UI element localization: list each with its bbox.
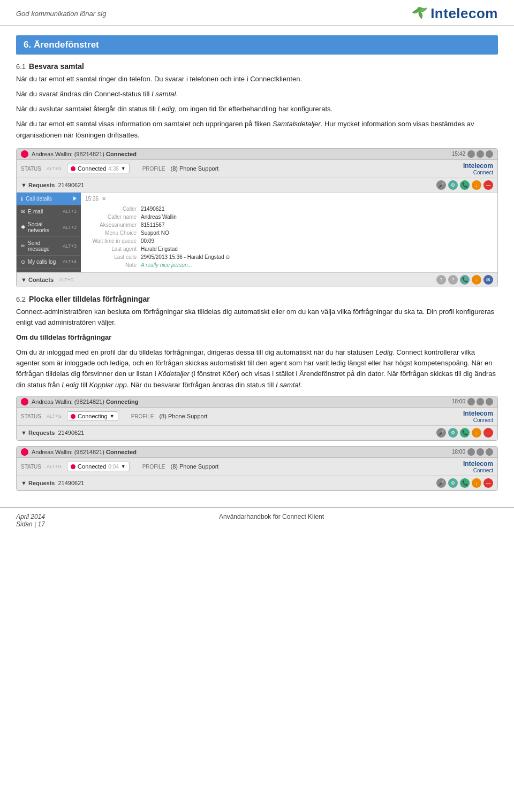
para-6-1-1: När du tar emot ett samtal ringer din te… [16,74,498,85]
field-label-last-agent: Last agent [85,245,139,253]
help-icon[interactable]: ? [448,275,458,285]
status-badge-1[interactable]: Connected 4:38 ▼ [67,164,130,173]
status-dropdown-icon[interactable]: ▼ [121,166,126,171]
table-row: Caller name Andreas Wallin [85,213,493,221]
profile-label-c: PROFILE [131,413,154,419]
win-max-co[interactable] [477,448,484,456]
win-maximize-icon[interactable] [477,150,484,158]
sidebar-item-email[interactable]: ✉ E-mail ALT+1 [17,205,81,218]
end-icon-c[interactable]: — [483,428,493,438]
intelecom-logo-small-c: Intelecom Connect [463,410,493,423]
section-heading: 6. Ärendefönstret [16,35,498,55]
subsection-num-6-2: 6.2 [16,295,26,303]
logo-text: Intelecom [430,5,498,22]
win-min-co[interactable] [467,448,475,456]
para-6-2-strong: Om du tilldelas förfrågningar [16,332,498,343]
message-icon: ✏ [21,243,25,249]
requests-row-c: ▼ Requests 21490621 🎤 ⚙ 📞 ↓ — [17,426,497,440]
field-value-wait: 00:09 [139,237,493,245]
footer-date: April 2014 [16,513,45,520]
mic-icon[interactable]: 🎤 [436,180,446,190]
sidebar-shortcut-message: ALT+3 [63,243,77,249]
status-dropdown-co[interactable]: ▼ [121,464,126,469]
field-value-last-agent: Harald Engstad [139,245,493,253]
email-icon: ✉ [21,209,25,215]
sidebar-item-callslog[interactable]: ⊙ My calls log ALT+4 [17,256,81,269]
table-row: Caller 21490621 [85,205,493,213]
screenshot-1: Andreas Wallin: (98214821) Connected 15:… [16,148,498,287]
arrow-icon-c[interactable]: ↓ [472,428,481,438]
win-cls-c[interactable] [486,398,493,405]
statusbar-connected: STATUS ALT+G Connected 0:04 ▼ PROFILE (8… [17,458,497,476]
mic-icon-co[interactable]: 🎤 [436,478,446,488]
requests-label-1: ▼ Requests [21,182,55,188]
calls-icon: ⊙ [21,259,25,265]
settings-icon-c[interactable]: ⚙ [448,428,458,438]
statusbar-1: STATUS ALT+G Connected 4:38 ▼ PROFILE (8… [17,160,497,178]
field-label-note: Note [85,261,139,269]
screenshot-connected: Andreas Wallin: (98214821) Connected 18:… [16,446,498,491]
table-row: Note A really nice person... [85,261,493,269]
subsection-6-2: 6.2 Plocka eller tilldelas förfrågningar [16,295,498,303]
sidebar-item-message[interactable]: ✏ Send message ALT+3 [17,237,81,256]
phone-icon[interactable]: 📞 [460,180,470,190]
end-icon-co[interactable]: — [483,478,493,488]
win-minimize-icon[interactable] [467,150,475,158]
win-cls-co[interactable] [486,448,493,456]
settings-icon[interactable]: ⚙ [448,180,458,190]
call-green-icon[interactable]: 📞 [460,275,470,285]
call-details-close[interactable]: ✕ [102,196,106,202]
requests-row-1: ▼ Requests 21490621 🎤 ⚙ 📞 ↓ — [17,178,497,193]
sidebar-shortcut-callslog: ALT+4 [63,259,77,264]
call-details-table: Caller 21490621 Caller name Andreas Wall… [85,205,493,269]
action-icons-1: 🎤 ⚙ 📞 ↓ — [436,180,493,190]
field-label-aksess: Aksessnummer [85,221,139,229]
titlebar-win-icons-connecting [467,398,493,405]
status-value-c: Connecting [78,413,108,419]
field-value-aksess: 81511567 [139,221,493,229]
table-row: Last calls 29/05/2013 15:36 - Harald Eng… [85,253,493,261]
end-icon[interactable]: — [483,180,493,190]
requests-number-co: 21490621 [58,480,433,486]
settings-icon-co[interactable]: ⚙ [448,478,458,488]
close-btn-connecting[interactable] [21,398,28,405]
logo-area: Intelecom [409,5,498,22]
info-icon: ℹ [21,196,23,202]
close-btn-connected[interactable] [21,448,28,456]
sidebar-label-email: E-mail [28,209,60,215]
phone-icon-c[interactable]: 📞 [460,428,470,438]
para-6-1-3: När du avslutar samtalet återgår din sta… [16,104,498,114]
status-label-c: STATUS [21,413,41,419]
subsection-title-6-1: Besvara samtal [29,62,84,71]
titlebar-time-1: 15:42 [452,151,465,157]
status-dropdown-c[interactable]: ▼ [110,413,115,419]
statusbar-connecting: STATUS ALT+G Connecting ▼ PROFILE (8) Ph… [17,408,497,426]
para-6-1-4: När du tar emot ett samtal visas informa… [16,119,498,140]
arrow-icon-co[interactable]: ↓ [472,478,481,488]
sidebar-label-message: Send message [28,240,60,252]
requests-row-co: ▼ Requests 21490621 🎤 ⚙ 📞 ↓ — [17,476,497,491]
win-min-c[interactable] [467,398,475,405]
header-subtitle: God kommunikation lönar sig [16,10,106,18]
win-max-c[interactable] [477,398,484,405]
close-btn-1[interactable] [21,150,28,158]
para-6-1-2: När du svarat ändras din Connect-status … [16,89,498,99]
phone-icon-co[interactable]: 📞 [460,478,470,488]
win-close-icon[interactable] [486,150,493,158]
logo-bird-icon [409,6,428,22]
footer-left: April 2014 Sidan | 17 [16,513,45,528]
profile-label-co: PROFILE [142,464,165,470]
mic-icon-c[interactable]: 🎤 [436,428,446,438]
status-badge-c[interactable]: Connecting ▼ [67,411,118,421]
titlebar-left-connected: Andreas Wallin: (98214821) Connected [21,448,137,456]
titlebar-right-connecting: 18:00 [452,398,493,405]
call-orange-icon[interactable]: ↓ [472,275,481,285]
status-badge-co[interactable]: Connected 0:04 ▼ [67,462,130,471]
sidebar-item-social[interactable]: ✱ Social networks ALT+2 [17,218,81,237]
search-icon[interactable]: ? [436,275,446,285]
sidebar-label-callslog: My calls log [28,259,60,265]
status-dot-c [71,414,75,419]
arrow-down-icon[interactable]: ↓ [472,180,481,190]
email-send-icon[interactable]: ✉ [483,275,493,285]
sidebar-item-call-details[interactable]: ℹ Call details [17,193,81,205]
